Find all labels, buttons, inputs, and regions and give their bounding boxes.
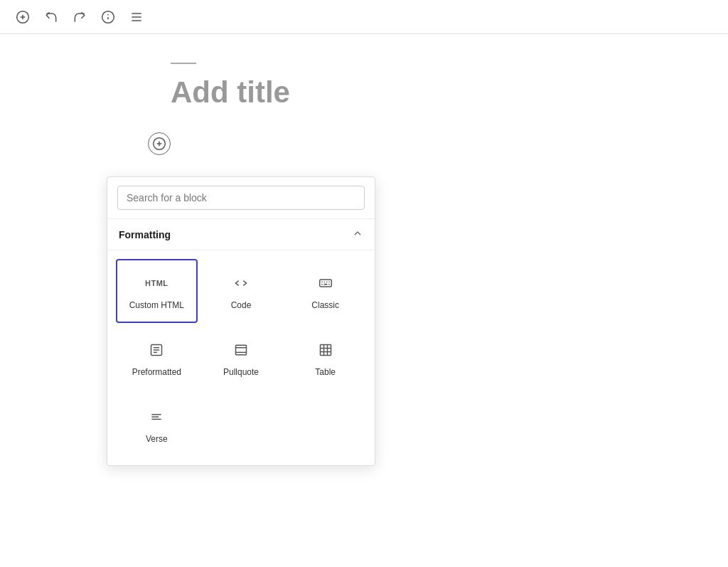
menu-button[interactable] bbox=[125, 6, 148, 28]
keyboard-svg bbox=[318, 276, 333, 290]
block-item-verse[interactable]: Verse bbox=[116, 393, 198, 457]
plus-circle-icon bbox=[16, 10, 30, 24]
table-svg bbox=[318, 343, 333, 357]
verse-svg bbox=[149, 410, 164, 424]
redo-button[interactable] bbox=[68, 6, 91, 28]
info-icon bbox=[101, 10, 115, 24]
verse-icon bbox=[149, 406, 164, 428]
block-label-preformatted: Preformatted bbox=[132, 367, 181, 377]
chevron-up-svg bbox=[352, 228, 363, 239]
preformatted-icon bbox=[149, 339, 164, 361]
svg-rect-27 bbox=[320, 345, 331, 356]
block-item-code[interactable]: Code bbox=[200, 259, 282, 323]
block-label-pullquote: Pullquote bbox=[223, 367, 259, 377]
classic-icon bbox=[318, 272, 333, 295]
block-label-verse: Verse bbox=[146, 434, 168, 444]
block-label-code: Code bbox=[231, 300, 252, 310]
custom-html-icon: HTML bbox=[145, 272, 168, 295]
plus-icon bbox=[152, 137, 166, 151]
title-separator bbox=[171, 63, 196, 64]
block-grid: HTML Custom HTML Code bbox=[107, 250, 375, 465]
search-area bbox=[107, 177, 375, 219]
formatting-category-header[interactable]: Formatting bbox=[107, 219, 375, 250]
chevron-up-icon bbox=[352, 228, 363, 241]
undo-button[interactable] bbox=[40, 6, 63, 28]
add-block-toolbar-button[interactable] bbox=[11, 6, 34, 28]
add-block-button[interactable] bbox=[148, 132, 171, 155]
category-label: Formatting bbox=[119, 229, 171, 240]
undo-icon bbox=[44, 10, 58, 24]
block-item-custom-html[interactable]: HTML Custom HTML bbox=[116, 259, 198, 323]
table-icon bbox=[318, 339, 333, 361]
hamburger-icon bbox=[129, 10, 144, 24]
code-icon bbox=[234, 272, 248, 295]
block-label-custom-html: Custom HTML bbox=[129, 300, 184, 310]
block-item-preformatted[interactable]: Preformatted bbox=[116, 326, 198, 390]
redo-icon bbox=[73, 10, 87, 24]
block-item-classic[interactable]: Classic bbox=[284, 259, 366, 323]
block-item-pullquote[interactable]: Pullquote bbox=[200, 326, 282, 390]
pullquote-icon bbox=[234, 339, 248, 361]
preformatted-svg bbox=[149, 343, 164, 357]
block-inserter-popover: Formatting HTML Custom HTML bbox=[107, 176, 375, 466]
svg-rect-12 bbox=[319, 280, 331, 287]
editor-area: Add title Formatting bbox=[0, 34, 728, 155]
block-label-table: Table bbox=[315, 367, 336, 377]
block-label-classic: Classic bbox=[311, 300, 339, 310]
toolbar bbox=[0, 0, 728, 34]
block-search-input[interactable] bbox=[117, 186, 365, 210]
svg-rect-24 bbox=[235, 345, 246, 354]
block-item-table[interactable]: Table bbox=[284, 326, 366, 390]
pullquote-svg bbox=[234, 343, 248, 357]
code-svg bbox=[234, 276, 248, 290]
info-button[interactable] bbox=[97, 6, 119, 28]
page-title[interactable]: Add title bbox=[171, 75, 728, 110]
